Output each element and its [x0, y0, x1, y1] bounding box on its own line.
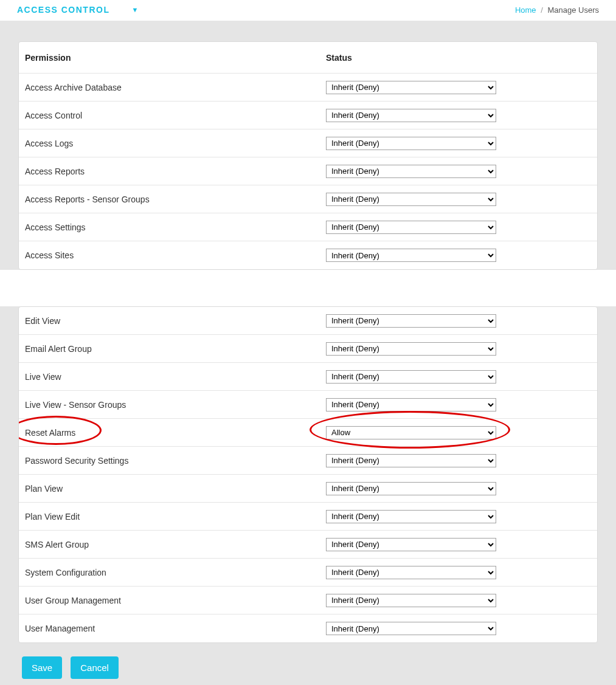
status-select[interactable]: Inherit (Deny)Inherit (Allow)AllowDeny: [326, 566, 496, 579]
permission-label: Access Reports: [25, 167, 326, 176]
table-row: Plan View EditInherit (Deny)Inherit (All…: [19, 503, 597, 531]
breadcrumb-separator: /: [541, 5, 543, 15]
permission-label: Access Archive Database: [25, 83, 326, 92]
save-button[interactable]: Save: [22, 656, 62, 679]
status-select[interactable]: Inherit (Deny)Inherit (Allow)AllowDeny: [326, 398, 496, 411]
permission-header: Permission: [25, 53, 326, 63]
permission-label: System Configuration: [25, 568, 326, 577]
permission-label: Password Security Settings: [25, 456, 326, 466]
table-row: Live ViewInherit (Deny)Inherit (Allow)Al…: [19, 363, 597, 391]
table-row: Access Reports - Sensor GroupsInherit (D…: [19, 185, 597, 213]
status-cell: Inherit (Deny)Inherit (Allow)AllowDeny: [326, 221, 591, 234]
section-title: ACCESS CONTROL: [17, 5, 109, 15]
status-cell: Inherit (Deny)Inherit (Allow)AllowDeny: [326, 482, 591, 495]
permissions-panel-top: Permission Status Access Archive Databas…: [18, 41, 598, 270]
status-cell: Inherit (Deny)Inherit (Allow)AllowDeny: [326, 510, 591, 523]
status-select[interactable]: Inherit (Deny)Inherit (Allow)AllowDeny: [326, 510, 496, 523]
status-cell: Inherit (Deny)Inherit (Allow)AllowDeny: [326, 109, 591, 122]
breadcrumb: Home / Manage Users: [515, 5, 599, 15]
status-select[interactable]: Inherit (Deny)Inherit (Allow)AllowDeny: [326, 454, 496, 467]
permission-label: Access Logs: [25, 139, 326, 148]
content-wrap-bottom: Edit ViewInherit (Deny)Inherit (Allow)Al…: [0, 306, 616, 685]
permission-label: Email Alert Group: [25, 344, 326, 354]
table-row: Edit ViewInherit (Deny)Inherit (Allow)Al…: [19, 307, 597, 335]
status-select[interactable]: Inherit (Deny)Inherit (Allow)AllowDeny: [326, 249, 496, 262]
status-select[interactable]: Inherit (Deny)Inherit (Allow)AllowDeny: [326, 426, 496, 439]
table-row: Access SitesInherit (Deny)Inherit (Allow…: [19, 241, 597, 269]
table-row: SMS Alert GroupInherit (Deny)Inherit (Al…: [19, 531, 597, 559]
action-buttons: Save Cancel: [18, 656, 598, 679]
table-row: Email Alert GroupInherit (Deny)Inherit (…: [19, 335, 597, 363]
table-row: Access SettingsInherit (Deny)Inherit (Al…: [19, 213, 597, 241]
status-cell: Inherit (Deny)Inherit (Allow)AllowDeny: [326, 454, 591, 467]
permission-label: Edit View: [25, 316, 326, 326]
status-cell: Inherit (Deny)Inherit (Allow)AllowDeny: [326, 137, 591, 150]
status-cell: Inherit (Deny)Inherit (Allow)AllowDeny: [326, 538, 591, 551]
status-cell: Inherit (Deny)Inherit (Allow)AllowDeny: [326, 81, 591, 94]
status-select[interactable]: Inherit (Deny)Inherit (Allow)AllowDeny: [326, 221, 496, 234]
status-cell: Inherit (Deny)Inherit (Allow)AllowDeny: [326, 370, 591, 384]
table-header-row: Permission Status: [19, 42, 597, 74]
table-row: User ManagementInherit (Deny)Inherit (Al…: [19, 614, 597, 642]
status-cell: Inherit (Deny)Inherit (Allow)AllowDeny: [326, 566, 591, 579]
status-cell: Inherit (Deny)Inherit (Allow)AllowDeny: [326, 249, 591, 262]
permission-label: User Management: [25, 624, 326, 633]
cancel-button[interactable]: Cancel: [71, 656, 119, 679]
header-bar: ACCESS CONTROL ▼ Home / Manage Users: [0, 0, 616, 21]
table-row: Password Security SettingsInherit (Deny)…: [19, 447, 597, 475]
status-select[interactable]: Inherit (Deny)Inherit (Allow)AllowDeny: [326, 370, 496, 384]
chevron-down-icon: ▼: [131, 6, 139, 13]
permission-label: Reset Alarms: [25, 428, 326, 438]
status-select[interactable]: Inherit (Deny)Inherit (Allow)AllowDeny: [326, 137, 496, 150]
table-row: Access ReportsInherit (Deny)Inherit (All…: [19, 157, 597, 185]
status-select[interactable]: Inherit (Deny)Inherit (Allow)AllowDeny: [326, 193, 496, 206]
status-select[interactable]: Inherit (Deny)Inherit (Allow)AllowDeny: [326, 342, 496, 356]
permission-label: SMS Alert Group: [25, 540, 326, 549]
status-cell: Inherit (Deny)Inherit (Allow)AllowDeny: [326, 398, 591, 411]
content-wrap-top: Permission Status Access Archive Databas…: [0, 21, 616, 270]
table-row: Access Archive DatabaseInherit (Deny)Inh…: [19, 74, 597, 102]
permission-label: User Group Management: [25, 596, 326, 605]
status-select[interactable]: Inherit (Deny)Inherit (Allow)AllowDeny: [326, 538, 496, 551]
status-cell: Inherit (Deny)Inherit (Allow)AllowDeny: [326, 165, 591, 178]
table-row: Access LogsInherit (Deny)Inherit (Allow)…: [19, 129, 597, 157]
permissions-panel-bottom: Edit ViewInherit (Deny)Inherit (Allow)Al…: [18, 306, 598, 643]
table-row: Live View - Sensor GroupsInherit (Deny)I…: [19, 391, 597, 419]
permission-label: Live View - Sensor Groups: [25, 400, 326, 410]
table-row: Plan ViewInherit (Deny)Inherit (Allow)Al…: [19, 475, 597, 503]
status-cell: Inherit (Deny)Inherit (Allow)AllowDeny: [326, 426, 591, 439]
status-cell: Inherit (Deny)Inherit (Allow)AllowDeny: [326, 193, 591, 206]
status-select[interactable]: Inherit (Deny)Inherit (Allow)AllowDeny: [326, 81, 496, 94]
permission-label: Access Reports - Sensor Groups: [25, 194, 326, 204]
permission-label: Live View: [25, 372, 326, 382]
status-cell: Inherit (Deny)Inherit (Allow)AllowDeny: [326, 622, 591, 635]
permission-label: Access Sites: [25, 250, 326, 260]
status-select[interactable]: Inherit (Deny)Inherit (Allow)AllowDeny: [326, 482, 496, 495]
permission-label: Plan View Edit: [25, 512, 326, 521]
status-select[interactable]: Inherit (Deny)Inherit (Allow)AllowDeny: [326, 594, 496, 607]
table-row: System ConfigurationInherit (Deny)Inheri…: [19, 559, 597, 587]
status-select[interactable]: Inherit (Deny)Inherit (Allow)AllowDeny: [326, 314, 496, 328]
permission-label: Access Control: [25, 111, 326, 120]
permission-label: Plan View: [25, 484, 326, 494]
breadcrumb-current: Manage Users: [547, 5, 599, 15]
table-row: Access ControlInherit (Deny)Inherit (All…: [19, 102, 597, 129]
table-row: User Group ManagementInherit (Deny)Inher…: [19, 587, 597, 614]
section-dropdown[interactable]: ACCESS CONTROL ▼: [17, 5, 139, 15]
status-select[interactable]: Inherit (Deny)Inherit (Allow)AllowDeny: [326, 165, 496, 178]
status-cell: Inherit (Deny)Inherit (Allow)AllowDeny: [326, 342, 591, 356]
breadcrumb-home-link[interactable]: Home: [515, 5, 536, 15]
permission-label: Access Settings: [25, 222, 326, 232]
status-cell: Inherit (Deny)Inherit (Allow)AllowDeny: [326, 314, 591, 328]
section-gap: [0, 270, 616, 306]
status-cell: Inherit (Deny)Inherit (Allow)AllowDeny: [326, 594, 591, 607]
status-select[interactable]: Inherit (Deny)Inherit (Allow)AllowDeny: [326, 109, 496, 122]
status-header: Status: [326, 53, 591, 63]
status-select[interactable]: Inherit (Deny)Inherit (Allow)AllowDeny: [326, 622, 496, 635]
table-row: Reset AlarmsInherit (Deny)Inherit (Allow…: [19, 419, 597, 447]
